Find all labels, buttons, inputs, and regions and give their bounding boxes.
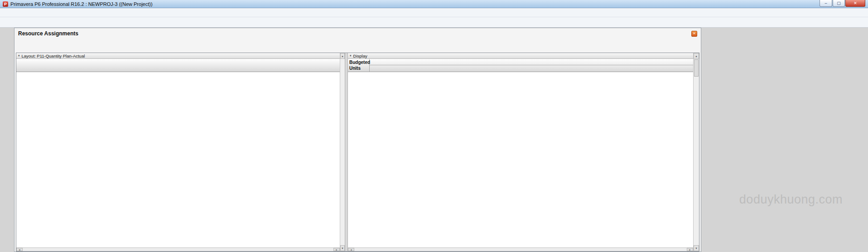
timeline-body [348, 72, 693, 247]
scroll-left-icon[interactable]: ◄ [16, 248, 23, 251]
collapse-chevron-icon[interactable]: ▾ [350, 54, 352, 58]
grid-body [16, 72, 340, 247]
app-icon: P [3, 1, 8, 7]
view-tabs [14, 39, 701, 48]
units-header-line2: Units [349, 66, 369, 72]
watermark-text: doduykhuong.com [739, 193, 843, 207]
timeline-vertical-scrollbar[interactable]: ▲ ▼ [693, 53, 699, 251]
page-title: Resource Assignments [18, 30, 78, 37]
budgeted-units-column-header[interactable]: Budgeted Units [348, 59, 370, 72]
window-controls: – ▢ ✕ [820, 0, 865, 7]
scroll-thumb[interactable] [694, 59, 699, 77]
scroll-up-icon[interactable]: ▲ [340, 53, 345, 59]
display-label: Display [353, 53, 367, 58]
grid-horizontal-scrollbar[interactable]: ◄ ► [16, 247, 340, 251]
units-header-line1: Budgeted [349, 60, 369, 66]
display-header-bar: ▾ Display [348, 53, 693, 59]
week-group-row [370, 59, 693, 65]
close-view-icon[interactable]: ✕ [691, 31, 697, 37]
timescale-columns [370, 59, 693, 72]
scroll-track[interactable] [340, 59, 345, 245]
collapse-chevron-icon[interactable]: ▾ [18, 54, 20, 58]
scroll-right-icon[interactable]: ► [333, 248, 340, 251]
panes-container: ▾ Layout: P11-Quantity Plan-Actual ◄ ► ▲… [16, 53, 699, 252]
timeline-horizontal-scrollbar[interactable]: ◄ ► [348, 247, 693, 251]
grid-pane: ▾ Layout: P11-Quantity Plan-Actual ◄ ► [16, 53, 340, 251]
view-title-row: Resource Assignments ✕ [14, 28, 701, 39]
timeline-pane: ▾ Display Budgeted Units ◄ ► [348, 53, 693, 251]
grid-column-headers [16, 59, 340, 72]
assignments-side-toolbar [703, 28, 715, 252]
scroll-left-icon[interactable]: ◄ [348, 248, 354, 251]
layout-header-bar: ▾ Layout: P11-Quantity Plan-Actual [16, 53, 340, 59]
title-bar: P Primavera P6 Professional R16.2 : NEWP… [0, 0, 868, 8]
close-button[interactable]: ✕ [845, 0, 865, 7]
resource-assignments-view: Resource Assignments ✕ ▾ Layout: P11-Qua… [14, 28, 701, 252]
day-header-row [370, 65, 693, 72]
scroll-right-icon[interactable]: ► [687, 248, 693, 251]
scroll-up-icon[interactable]: ▲ [694, 53, 699, 59]
layout-label: Layout: P11-Quantity Plan-Actual [22, 53, 85, 58]
grid-vertical-scrollbar[interactable]: ▲ ▼ [340, 53, 345, 251]
timescale-header: Budgeted Units [348, 59, 693, 72]
main-toolbar [0, 17, 868, 28]
menu-bar [0, 8, 868, 17]
pane-splitter[interactable] [345, 53, 348, 251]
scroll-track[interactable] [694, 77, 699, 245]
minimize-button[interactable]: – [820, 0, 832, 7]
left-navigation-toolbar [0, 28, 14, 252]
window-title: Primavera P6 Professional R16.2 : NEWPRO… [10, 1, 153, 7]
maximize-button[interactable]: ▢ [833, 0, 845, 7]
scroll-down-icon[interactable]: ▼ [340, 245, 345, 251]
scroll-down-icon[interactable]: ▼ [694, 245, 699, 251]
